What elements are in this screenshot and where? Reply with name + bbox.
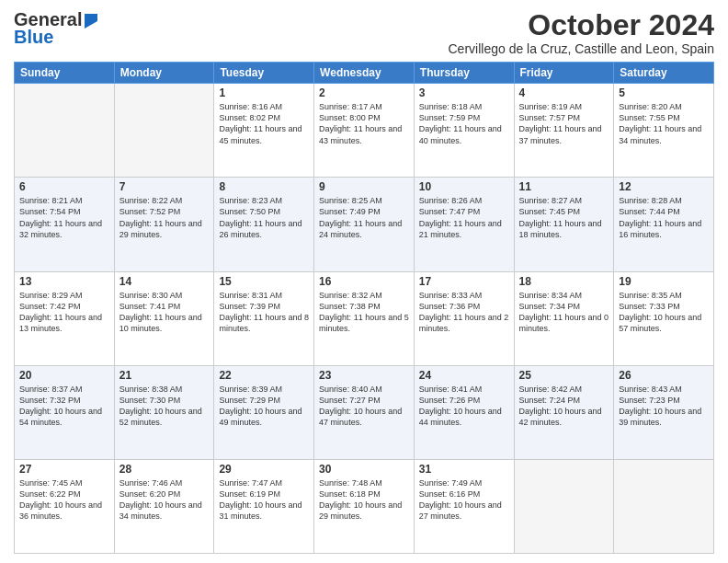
day-info: Sunrise: 8:35 AM Sunset: 7:33 PM Dayligh…: [619, 290, 709, 335]
calendar-day-cell: 10Sunrise: 8:26 AM Sunset: 7:47 PM Dayli…: [414, 178, 514, 271]
day-number: 28: [119, 463, 210, 476]
calendar-day-cell: 5Sunrise: 8:20 AM Sunset: 7:55 PM Daylig…: [614, 84, 714, 178]
day-info: Sunrise: 8:18 AM Sunset: 7:59 PM Dayligh…: [419, 101, 509, 146]
weekday-header-saturday: Saturday: [614, 63, 714, 84]
day-info: Sunrise: 7:45 AM Sunset: 6:22 PM Dayligh…: [19, 477, 109, 523]
calendar-day-cell: 26Sunrise: 8:43 AM Sunset: 7:23 PM Dayli…: [614, 365, 714, 459]
weekday-header-wednesday: Wednesday: [314, 63, 415, 84]
day-info: Sunrise: 8:30 AM Sunset: 7:41 PM Dayligh…: [119, 290, 210, 335]
weekday-header-friday: Friday: [514, 63, 614, 84]
day-info: Sunrise: 8:31 AM Sunset: 7:39 PM Dayligh…: [219, 290, 309, 335]
day-number: 31: [419, 463, 509, 476]
day-info: Sunrise: 8:22 AM Sunset: 7:52 PM Dayligh…: [119, 195, 210, 240]
calendar-day-cell: 2Sunrise: 8:17 AM Sunset: 8:00 PM Daylig…: [314, 84, 415, 178]
day-number: 29: [219, 463, 309, 476]
day-number: 8: [219, 180, 309, 193]
day-number: 24: [419, 369, 509, 382]
day-info: Sunrise: 8:34 AM Sunset: 7:34 PM Dayligh…: [519, 290, 609, 335]
day-info: Sunrise: 8:37 AM Sunset: 7:32 PM Dayligh…: [19, 384, 109, 429]
day-number: 12: [619, 180, 709, 193]
calendar-table: SundayMondayTuesdayWednesdayThursdayFrid…: [14, 62, 714, 554]
day-number: 4: [519, 86, 609, 99]
weekday-header-thursday: Thursday: [414, 63, 514, 84]
day-number: 13: [19, 275, 109, 288]
page: General Blue October 2024 Cervillego de …: [0, 0, 728, 563]
day-number: 30: [319, 463, 409, 476]
day-number: 21: [119, 369, 210, 382]
day-number: 3: [419, 86, 509, 99]
day-number: 17: [419, 275, 509, 288]
day-number: 20: [19, 369, 109, 382]
day-info: Sunrise: 8:28 AM Sunset: 7:44 PM Dayligh…: [619, 195, 709, 240]
day-number: 14: [119, 275, 210, 288]
day-info: Sunrise: 8:21 AM Sunset: 7:54 PM Dayligh…: [19, 195, 109, 240]
calendar-week-row: 6Sunrise: 8:21 AM Sunset: 7:54 PM Daylig…: [15, 178, 714, 271]
day-number: 26: [619, 369, 709, 382]
day-number: 23: [319, 369, 409, 382]
day-info: Sunrise: 8:20 AM Sunset: 7:55 PM Dayligh…: [619, 101, 709, 146]
calendar-day-cell: 4Sunrise: 8:19 AM Sunset: 7:57 PM Daylig…: [514, 84, 614, 178]
weekday-header-sunday: Sunday: [15, 63, 115, 84]
day-number: 16: [319, 275, 409, 288]
calendar-day-cell: 8Sunrise: 8:23 AM Sunset: 7:50 PM Daylig…: [214, 178, 314, 271]
day-info: Sunrise: 8:23 AM Sunset: 7:50 PM Dayligh…: [219, 195, 309, 240]
title-block: October 2024 Cervillego de la Cruz, Cast…: [449, 9, 715, 56]
calendar-day-cell: [514, 459, 614, 553]
weekday-header-monday: Monday: [114, 63, 214, 84]
day-number: 7: [119, 180, 210, 193]
location-title: Cervillego de la Cruz, Castille and Leon…: [449, 41, 715, 56]
calendar-day-cell: 19Sunrise: 8:35 AM Sunset: 7:33 PM Dayli…: [614, 271, 714, 365]
logo: General Blue: [14, 9, 99, 48]
calendar-day-cell: 11Sunrise: 8:27 AM Sunset: 7:45 PM Dayli…: [514, 178, 614, 271]
calendar-day-cell: 17Sunrise: 8:33 AM Sunset: 7:36 PM Dayli…: [414, 271, 514, 365]
day-info: Sunrise: 8:38 AM Sunset: 7:30 PM Dayligh…: [119, 384, 210, 429]
svg-marker-0: [85, 14, 97, 29]
calendar-day-cell: 23Sunrise: 8:40 AM Sunset: 7:27 PM Dayli…: [314, 365, 415, 459]
day-number: 18: [519, 275, 609, 288]
day-info: Sunrise: 8:42 AM Sunset: 7:24 PM Dayligh…: [519, 384, 609, 429]
calendar-day-cell: 30Sunrise: 7:48 AM Sunset: 6:18 PM Dayli…: [314, 459, 415, 553]
calendar-day-cell: 15Sunrise: 8:31 AM Sunset: 7:39 PM Dayli…: [214, 271, 314, 365]
day-info: Sunrise: 7:47 AM Sunset: 6:19 PM Dayligh…: [219, 477, 309, 523]
day-info: Sunrise: 8:27 AM Sunset: 7:45 PM Dayligh…: [519, 195, 609, 240]
day-info: Sunrise: 8:41 AM Sunset: 7:26 PM Dayligh…: [419, 384, 509, 429]
day-info: Sunrise: 8:26 AM Sunset: 7:47 PM Dayligh…: [419, 195, 509, 240]
calendar-week-row: 13Sunrise: 8:29 AM Sunset: 7:42 PM Dayli…: [15, 271, 714, 365]
day-number: 27: [19, 463, 109, 476]
calendar-day-cell: 27Sunrise: 7:45 AM Sunset: 6:22 PM Dayli…: [15, 459, 115, 553]
calendar-day-cell: [114, 84, 214, 178]
day-number: 1: [219, 86, 309, 99]
calendar-day-cell: 1Sunrise: 8:16 AM Sunset: 8:02 PM Daylig…: [214, 84, 314, 178]
calendar-day-cell: 31Sunrise: 7:49 AM Sunset: 6:16 PM Dayli…: [414, 459, 514, 553]
day-info: Sunrise: 8:19 AM Sunset: 7:57 PM Dayligh…: [519, 101, 609, 146]
calendar-day-cell: 22Sunrise: 8:39 AM Sunset: 7:29 PM Dayli…: [214, 365, 314, 459]
calendar-day-cell: 13Sunrise: 8:29 AM Sunset: 7:42 PM Dayli…: [15, 271, 115, 365]
calendar-day-cell: 12Sunrise: 8:28 AM Sunset: 7:44 PM Dayli…: [614, 178, 714, 271]
weekday-header-tuesday: Tuesday: [214, 63, 314, 84]
day-info: Sunrise: 8:32 AM Sunset: 7:38 PM Dayligh…: [319, 290, 409, 335]
calendar-day-cell: 6Sunrise: 8:21 AM Sunset: 7:54 PM Daylig…: [15, 178, 115, 271]
day-info: Sunrise: 7:46 AM Sunset: 6:20 PM Dayligh…: [119, 477, 210, 523]
day-number: 15: [219, 275, 309, 288]
day-number: 5: [619, 86, 709, 99]
day-info: Sunrise: 8:16 AM Sunset: 8:02 PM Dayligh…: [219, 101, 309, 146]
day-info: Sunrise: 8:40 AM Sunset: 7:27 PM Dayligh…: [319, 384, 409, 429]
day-number: 22: [219, 369, 309, 382]
calendar-day-cell: 24Sunrise: 8:41 AM Sunset: 7:26 PM Dayli…: [414, 365, 514, 459]
day-info: Sunrise: 8:33 AM Sunset: 7:36 PM Dayligh…: [419, 290, 509, 335]
day-number: 19: [619, 275, 709, 288]
day-number: 2: [319, 86, 409, 99]
calendar-day-cell: 28Sunrise: 7:46 AM Sunset: 6:20 PM Dayli…: [114, 459, 214, 553]
header: General Blue October 2024 Cervillego de …: [14, 9, 714, 56]
calendar-day-cell: 16Sunrise: 8:32 AM Sunset: 7:38 PM Dayli…: [314, 271, 415, 365]
day-number: 11: [519, 180, 609, 193]
calendar-week-row: 20Sunrise: 8:37 AM Sunset: 7:32 PM Dayli…: [15, 365, 714, 459]
day-info: Sunrise: 8:39 AM Sunset: 7:29 PM Dayligh…: [219, 384, 309, 429]
calendar-day-cell: 25Sunrise: 8:42 AM Sunset: 7:24 PM Dayli…: [514, 365, 614, 459]
logo-blue-text: Blue: [14, 27, 53, 48]
day-info: Sunrise: 7:48 AM Sunset: 6:18 PM Dayligh…: [319, 477, 409, 523]
calendar-day-cell: 3Sunrise: 8:18 AM Sunset: 7:59 PM Daylig…: [414, 84, 514, 178]
calendar-day-cell: 14Sunrise: 8:30 AM Sunset: 7:41 PM Dayli…: [114, 271, 214, 365]
day-number: 9: [319, 180, 409, 193]
day-info: Sunrise: 8:43 AM Sunset: 7:23 PM Dayligh…: [619, 384, 709, 429]
